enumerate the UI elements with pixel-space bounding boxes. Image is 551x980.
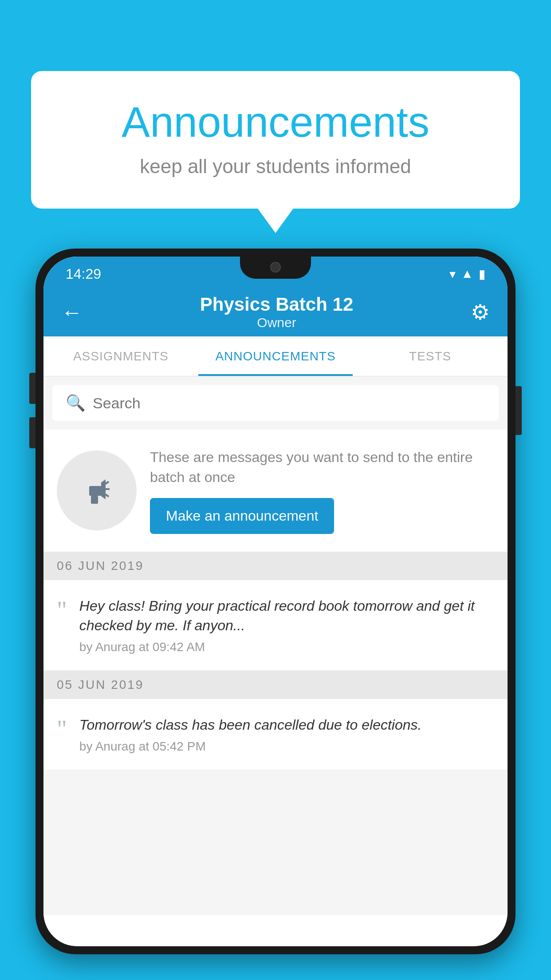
make-announcement-button[interactable]: Make an announcement [150, 498, 334, 534]
date-divider-2: 05 JUN 2019 [43, 671, 508, 699]
search-icon: 🔍 [66, 394, 86, 412]
promo-icon-circle [57, 450, 137, 530]
promo-right: These are messages you want to send to t… [150, 447, 494, 534]
tab-assignments[interactable]: ASSIGNMENTS [43, 336, 198, 376]
announcement-meta-2: by Anurag at 05:42 PM [79, 739, 494, 754]
announcement-content-2: Tomorrow's class has been cancelled due … [79, 715, 494, 754]
app-bar-title: Physics Batch 12 [200, 294, 354, 315]
volume-up-button [29, 373, 35, 404]
bubble-subtitle: keep all your students informed [67, 155, 484, 178]
announcement-text-2: Tomorrow's class has been cancelled due … [79, 715, 494, 735]
promo-description: These are messages you want to send to t… [150, 447, 494, 487]
battery-icon: ▮ [479, 267, 485, 281]
wifi-icon: ▾ [449, 267, 456, 281]
status-icons: ▾ ▲ ▮ [449, 267, 485, 281]
tab-tests[interactable]: TESTS [353, 336, 508, 376]
announcement-item-2[interactable]: " Tomorrow's class has been cancelled du… [43, 699, 508, 770]
tab-announcements[interactable]: ANNOUNCEMENTS [198, 336, 353, 376]
tabs-bar: ASSIGNMENTS ANNOUNCEMENTS TESTS [43, 336, 508, 376]
search-input[interactable] [93, 395, 485, 412]
svg-line-4 [106, 494, 109, 497]
quote-icon-1: " [57, 598, 67, 623]
announcement-item-1[interactable]: " Hey class! Bring your practical record… [43, 580, 508, 671]
quote-icon-2: " [57, 717, 67, 742]
status-time: 14:29 [66, 266, 101, 282]
speech-bubble-section: Announcements keep all your students inf… [31, 71, 520, 233]
back-button[interactable]: ← [61, 300, 83, 324]
signal-icon: ▲ [461, 267, 473, 281]
bubble-title: Announcements [67, 98, 484, 146]
speech-bubble-arrow [258, 209, 293, 233]
app-bar: ← Physics Batch 12 Owner ⚙ [43, 288, 508, 336]
phone-outer-frame: 14:29 ▾ ▲ ▮ ← Physics Batch 12 Owner ⚙ [35, 249, 516, 954]
phone-device: 14:29 ▾ ▲ ▮ ← Physics Batch 12 Owner ⚙ [35, 249, 516, 980]
announcement-text-1: Hey class! Bring your practical record b… [79, 596, 494, 636]
announcement-content-1: Hey class! Bring your practical record b… [79, 596, 494, 655]
svg-line-2 [106, 482, 109, 484]
app-bar-subtitle: Owner [200, 315, 354, 330]
svg-rect-0 [89, 486, 102, 496]
settings-icon[interactable]: ⚙ [471, 300, 490, 324]
promo-card: These are messages you want to send to t… [43, 430, 508, 552]
app-bar-center: Physics Batch 12 Owner [200, 294, 354, 330]
volume-down-button [29, 417, 35, 448]
speech-bubble: Announcements keep all your students inf… [31, 71, 520, 209]
date-divider-1: 06 JUN 2019 [43, 552, 508, 580]
content-area: 🔍 [43, 376, 508, 915]
power-button [516, 386, 522, 435]
front-camera [270, 262, 281, 273]
megaphone-icon [77, 470, 117, 510]
phone-screen: 14:29 ▾ ▲ ▮ ← Physics Batch 12 Owner ⚙ [43, 257, 508, 946]
phone-notch [240, 257, 311, 279]
search-bar[interactable]: 🔍 [52, 385, 499, 421]
announcement-meta-1: by Anurag at 09:42 AM [79, 640, 494, 654]
svg-rect-1 [91, 496, 98, 504]
